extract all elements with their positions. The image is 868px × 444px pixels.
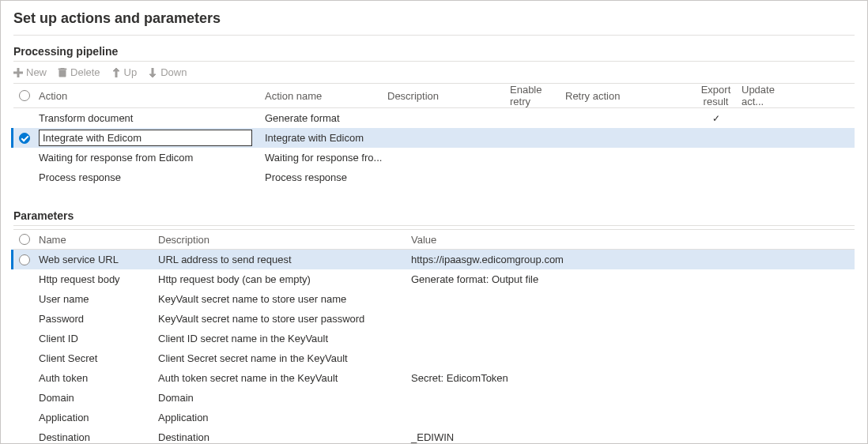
col-enable-retry[interactable]: Enable retry (510, 84, 565, 107)
trash-icon (58, 68, 67, 77)
cell-action[interactable]: Process response (36, 171, 265, 183)
col-description[interactable]: Description (387, 90, 510, 102)
cell-param-description[interactable]: Domain (158, 392, 411, 404)
up-label: Up (124, 66, 138, 78)
cell-param-description[interactable]: Http request body (can be empty) (158, 273, 411, 285)
arrow-up-icon (111, 68, 121, 77)
pipeline-row[interactable]: Integrate with EdicomIntegrate with Edic… (11, 128, 855, 148)
row-selector[interactable] (13, 254, 36, 265)
col-action-name[interactable]: Action name (265, 90, 387, 102)
parameters-section: Parameters Name Description Value Web se… (1, 205, 867, 444)
pipeline-toolbar: New Delete Up Down (13, 62, 855, 83)
cell-action-name[interactable]: Process response (265, 171, 387, 183)
col-param-value[interactable]: Value (411, 234, 806, 246)
param-row[interactable]: DestinationDestination_EDIWIN (13, 427, 855, 444)
col-action[interactable]: Action (36, 90, 265, 102)
param-row[interactable]: DomainDomain (13, 388, 855, 408)
pipeline-row[interactable]: Waiting for response from EdicomWaiting … (13, 148, 855, 167)
cell-param-name[interactable]: Auth token (36, 372, 158, 384)
cell-param-description[interactable]: KeyVault secret name to store user passw… (158, 313, 411, 325)
col-param-name[interactable]: Name (36, 234, 158, 246)
down-label: Down (160, 66, 187, 78)
cell-param-name[interactable]: Client ID (36, 333, 158, 344)
cell-export-result[interactable]: ✓ (690, 112, 742, 124)
radio-icon (19, 254, 30, 265)
radio-checked-icon (19, 133, 30, 144)
parameters-grid: Name Description Value Web service URLUR… (13, 229, 855, 444)
param-row[interactable]: Http request bodyHttp request body (can … (13, 269, 855, 289)
down-button[interactable]: Down (148, 66, 187, 78)
radio-icon (19, 90, 30, 101)
col-update-action[interactable]: Update act... (742, 84, 793, 107)
cell-action[interactable]: Integrate with Edicom (36, 130, 265, 146)
pipeline-header: Processing pipeline (13, 40, 855, 62)
delete-button[interactable]: Delete (58, 66, 100, 78)
arrow-down-icon (148, 68, 157, 77)
cell-param-name[interactable]: User name (36, 293, 158, 305)
pipeline-grid: Action Action name Description Enable re… (13, 83, 855, 187)
parameters-header: Parameters (13, 205, 855, 226)
radio-icon (19, 234, 30, 245)
row-selector[interactable] (13, 133, 36, 144)
param-row[interactable]: Client IDClient ID secret name in the Ke… (13, 329, 855, 348)
param-row[interactable]: Auth tokenAuth token secret name in the … (13, 368, 855, 388)
cell-param-name[interactable]: Client Secret (36, 352, 158, 364)
cell-param-name[interactable]: Http request body (36, 273, 158, 285)
param-row[interactable]: ApplicationApplication (13, 408, 855, 427)
action-input[interactable]: Integrate with Edicom (39, 130, 252, 146)
section-gap (1, 187, 867, 205)
cell-action[interactable]: Transform document (36, 112, 265, 124)
cell-param-description[interactable]: Auth token secret name in the KeyVault (158, 372, 411, 384)
cell-param-name[interactable]: Web service URL (36, 254, 158, 265)
parameters-grid-header: Name Description Value (13, 229, 855, 250)
param-row[interactable]: Client SecretClient Secret secret name i… (13, 348, 855, 368)
col-retry-action[interactable]: Retry action (565, 90, 690, 102)
delete-label: Delete (70, 66, 100, 78)
cell-action-name[interactable]: Integrate with Edicom (265, 132, 387, 144)
divider (13, 35, 855, 36)
cell-param-value[interactable]: Generate format: Output file (411, 273, 806, 285)
cell-param-name[interactable]: Domain (36, 392, 158, 404)
pipeline-grid-header: Action Action name Description Enable re… (13, 83, 855, 108)
new-label: New (26, 66, 47, 78)
col-export-result[interactable]: Export result (690, 84, 742, 107)
cell-param-description[interactable]: KeyVault secret name to store user name (158, 293, 411, 305)
cell-param-value[interactable]: _EDIWIN (411, 431, 806, 443)
pipeline-section: Processing pipeline New Delete Up Down A… (1, 40, 867, 187)
cell-param-description[interactable]: URL address to send request (158, 254, 411, 265)
pipeline-row[interactable]: Process responseProcess response (13, 167, 855, 187)
param-row[interactable]: PasswordKeyVault secret name to store us… (13, 309, 855, 329)
cell-action-name[interactable]: Generate format (265, 112, 387, 124)
param-row[interactable]: Web service URLURL address to send reque… (11, 250, 855, 269)
select-all[interactable] (13, 90, 36, 101)
cell-param-name[interactable]: Application (36, 412, 158, 423)
col-param-description[interactable]: Description (158, 234, 411, 246)
cell-param-value[interactable]: Secret: EdicomToken (411, 372, 806, 384)
cell-param-description[interactable]: Destination (158, 431, 411, 443)
pipeline-row[interactable]: Transform documentGenerate format✓ (13, 108, 855, 128)
check-icon: ✓ (712, 113, 720, 124)
cell-param-name[interactable]: Destination (36, 431, 158, 443)
cell-param-description[interactable]: Client ID secret name in the KeyVault (158, 333, 411, 344)
cell-param-value[interactable]: https://ipaasgw.edicomgroup.com (411, 254, 806, 265)
cell-param-description[interactable]: Client Secret secret name in the KeyVaul… (158, 352, 411, 364)
param-row[interactable]: User nameKeyVault secret name to store u… (13, 289, 855, 309)
cell-param-description[interactable]: Application (158, 412, 411, 423)
select-all-params[interactable] (13, 234, 36, 245)
cell-action[interactable]: Waiting for response from Edicom (36, 152, 265, 164)
cell-action-name[interactable]: Waiting for response fro... (265, 152, 387, 164)
cell-param-name[interactable]: Password (36, 313, 158, 325)
plus-icon (13, 68, 23, 77)
new-button[interactable]: New (13, 66, 47, 78)
up-button[interactable]: Up (111, 66, 138, 78)
page-title: Set up actions and parameters (1, 1, 867, 35)
